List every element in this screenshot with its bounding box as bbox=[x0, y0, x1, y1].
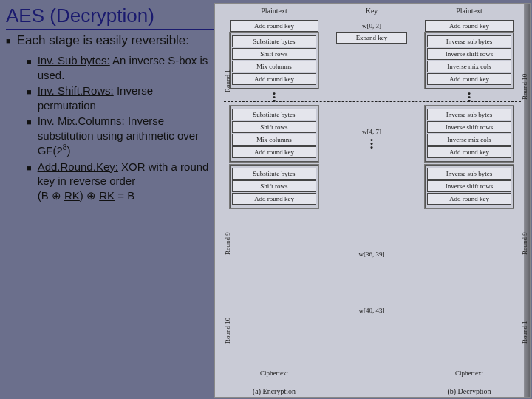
enc-step: Substitute bytes bbox=[232, 109, 316, 120]
enc-step: Shift rows bbox=[232, 180, 316, 192]
enc-step: Substitute bytes bbox=[232, 168, 316, 180]
enc-round-10: Substitute bytes Shift rows Add round ke… bbox=[230, 165, 318, 208]
text-content: ■ Each stage is easily reversible: ■ Inv… bbox=[6, 33, 213, 204]
round-label: Round 9 bbox=[224, 232, 231, 255]
stage-name: Inv. Sub bytes: bbox=[38, 54, 110, 66]
enc-step: Shift rows bbox=[232, 48, 316, 60]
gf-tail: ) bbox=[66, 144, 70, 157]
eq-rk: RK bbox=[64, 189, 80, 202]
dec-step: Add round key bbox=[427, 146, 511, 158]
enc-add-round-key: Add round key bbox=[230, 20, 318, 32]
main-bullet-text: Each stage is easily reversible: bbox=[17, 33, 189, 49]
round-label: Round 10 bbox=[224, 318, 231, 344]
bullet-icon: ■ bbox=[27, 56, 32, 82]
enc-step: Mix columns bbox=[232, 61, 316, 72]
eq-part: (B ⊕ bbox=[38, 189, 64, 202]
dec-step: Inverse shift rows bbox=[427, 48, 511, 60]
dec-step: Inverse shift rows bbox=[427, 180, 511, 192]
decryption-column: Add round key Inverse sub bytes Inverse … bbox=[425, 20, 514, 211]
dec-round-9: Inverse sub bytes Inverse shift rows Inv… bbox=[425, 106, 514, 162]
stage-name: Inv. Shift.Rows: bbox=[38, 84, 114, 97]
enc-step: Shift rows bbox=[232, 121, 316, 133]
list-item: ■ Inv. Sub bytes: An inverse S-box is us… bbox=[27, 53, 213, 82]
key-w10: w[40, 43] bbox=[336, 307, 407, 314]
encryption-column: Add round key Substitute bytes Shift row… bbox=[230, 20, 318, 211]
stage-name: Add.Round.Key: bbox=[38, 160, 118, 173]
round-label: Round 1 bbox=[224, 69, 231, 92]
enc-caption: (a) Encryption bbox=[230, 387, 318, 395]
enc-step: Substitute bytes bbox=[232, 35, 316, 47]
list-item: ■ Add.Round.Key: XOR with a round key in… bbox=[27, 160, 213, 203]
eq-part: = B bbox=[115, 189, 134, 202]
main-bullet: ■ Each stage is easily reversible: bbox=[6, 33, 213, 49]
dec-step: Inverse sub bytes bbox=[427, 109, 511, 120]
dec-step: Inverse sub bytes bbox=[427, 35, 511, 47]
dec-add-round-key: Add round key bbox=[425, 20, 514, 32]
list-item: ■ Inv. Mix.Columns: Inverse substitution… bbox=[27, 114, 213, 158]
sub-bullets: ■ Inv. Sub bytes: An inverse S-box is us… bbox=[27, 53, 213, 202]
bullet-icon: ■ bbox=[27, 117, 32, 158]
list-item: ■ Inv. Shift.Rows: Inverse permutation bbox=[27, 83, 213, 112]
eq-part: ) ⊕ bbox=[80, 189, 99, 202]
round-label: Round 9 bbox=[521, 232, 528, 255]
dec-step: Add round key bbox=[427, 193, 511, 205]
expand-key-box: Expand key bbox=[336, 32, 407, 44]
enc-step: Add round key bbox=[232, 193, 316, 205]
dec-round-10: Inverse sub bytes Inverse shift rows Inv… bbox=[425, 33, 514, 89]
round-label: Round 1 bbox=[521, 321, 528, 344]
enc-output: Ciphertext bbox=[230, 369, 318, 377]
round-label: Round 10 bbox=[521, 74, 528, 100]
bullet-icon: ■ bbox=[27, 163, 32, 203]
dec-step: Inverse mix cols bbox=[427, 134, 511, 146]
enc-round-1: Substitute bytes Shift rows Mix columns … bbox=[230, 33, 318, 89]
enc-round-9: Substitute bytes Shift rows Mix columns … bbox=[230, 106, 318, 162]
key-column: w[0, 3] Expand key w[4, 7] ••• w[36, 39]… bbox=[336, 20, 407, 316]
key-w9: w[36, 39] bbox=[336, 250, 407, 258]
dec-step: Inverse mix cols bbox=[427, 61, 511, 72]
header-plaintext-left: Plaintext bbox=[230, 7, 318, 15]
dashed-connector bbox=[224, 101, 521, 102]
header-plaintext-right: Plaintext bbox=[425, 7, 514, 15]
bullet-icon: ■ bbox=[27, 86, 32, 112]
eq-rk: RK bbox=[99, 189, 115, 202]
vertical-dots-icon: ••• bbox=[336, 138, 407, 149]
header-key: Key bbox=[336, 7, 407, 15]
dec-output: Ciphertext bbox=[425, 369, 514, 377]
enc-step: Add round key bbox=[232, 146, 316, 158]
stage-name: Inv. Mix.Columns: bbox=[38, 115, 125, 127]
enc-step: Add round key bbox=[232, 73, 316, 85]
key-w0: w[0, 3] bbox=[336, 22, 407, 30]
dec-step: Inverse shift rows bbox=[427, 121, 511, 133]
enc-step: Mix columns bbox=[232, 134, 316, 146]
bullet-icon: ■ bbox=[6, 35, 11, 49]
dec-caption: (b) Decryption bbox=[425, 387, 514, 395]
dec-step: Add round key bbox=[427, 73, 511, 85]
dec-step: Inverse sub bytes bbox=[427, 168, 511, 180]
dec-round-1: Inverse sub bytes Inverse shift rows Add… bbox=[425, 165, 514, 208]
aes-diagram: Plaintext Key Plaintext Add round key Su… bbox=[214, 3, 531, 398]
